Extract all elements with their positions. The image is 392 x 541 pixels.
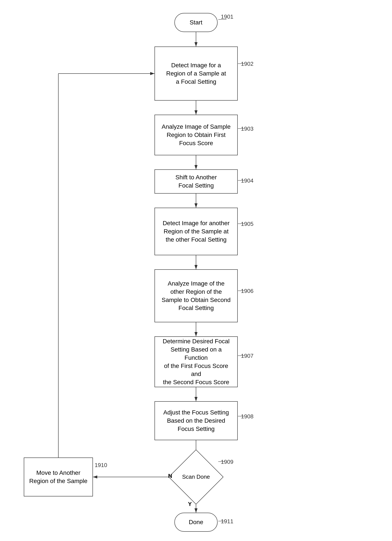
yes-label: Y — [188, 501, 192, 507]
node-1908-label: Adjust the Focus Setting Based on the De… — [163, 408, 229, 433]
node-1905: Detect Image for another Region of the S… — [154, 208, 238, 255]
ref-1909: 1909 — [221, 458, 233, 465]
node-1903: Analyze Image of Sample Region to Obtain… — [154, 115, 238, 155]
ref-1906: 1906 — [241, 288, 254, 294]
node-1909-label: Scan Done — [182, 473, 210, 481]
ref-1908: 1908 — [241, 413, 254, 420]
ref-1904: 1904 — [241, 177, 254, 184]
start-label: Start — [189, 18, 202, 27]
ref-1901: 1901 — [221, 13, 233, 20]
node-1903-label: Analyze Image of Sample Region to Obtain… — [162, 123, 231, 147]
no-label: N — [168, 473, 172, 479]
done-node: Done — [174, 513, 218, 532]
done-label: Done — [189, 518, 203, 526]
ref-1911: 1911 — [221, 518, 233, 525]
flowchart-diagram: Start 1901 Detect Image for a Region of … — [0, 0, 392, 541]
node-1909: Scan Done — [174, 455, 218, 499]
node-1905-label: Detect Image for another Region of the S… — [163, 219, 230, 244]
node-1902: Detect Image for a Region of a Sample at… — [154, 47, 238, 101]
ref-1902: 1902 — [241, 61, 254, 67]
node-1907-label: Determine Desired Focal Setting Based on… — [159, 337, 233, 386]
node-1910-label: Move to Another Region of the Sample — [29, 469, 87, 485]
node-1904-label: Shift to Another Focal Setting — [175, 173, 217, 190]
ref-1903: 1903 — [241, 125, 254, 132]
node-1908: Adjust the Focus Setting Based on the De… — [154, 401, 238, 440]
node-1906-label: Analyze Image of the other Region of the… — [162, 280, 231, 312]
node-1904: Shift to Another Focal Setting — [154, 169, 238, 194]
node-1910: Move to Another Region of the Sample — [24, 458, 93, 496]
node-1906: Analyze Image of the other Region of the… — [154, 269, 238, 322]
start-node: Start — [174, 13, 218, 32]
node-1907: Determine Desired Focal Setting Based on… — [154, 336, 238, 387]
node-1902-label: Detect Image for a Region of a Sample at… — [166, 61, 226, 86]
ref-1907: 1907 — [241, 353, 254, 359]
ref-1905: 1905 — [241, 221, 254, 227]
ref-1910: 1910 — [95, 462, 107, 468]
